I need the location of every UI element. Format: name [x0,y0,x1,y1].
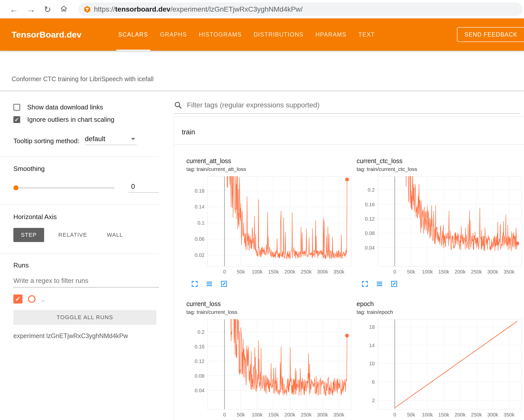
fit-domain-icon[interactable] [390,280,398,288]
reload-icon[interactable]: ↻ [44,5,51,14]
forward-icon[interactable]: → [27,5,35,14]
tab-scalars[interactable]: SCALARS [118,18,148,51]
y-tick-label: 0.14 [186,204,205,209]
divider [0,254,159,254]
axis-wall-button[interactable]: WALL [101,228,129,242]
back-icon[interactable]: ← [10,5,18,14]
y-tick-label: 14 [357,343,375,348]
tab-hparams[interactable]: HPARAMS [315,18,346,51]
slider-track [13,188,114,188]
tab-histograms[interactable]: HISTOGRAMS [199,18,242,51]
y-tick-label: 0.16 [186,344,205,349]
show-download-links-checkbox[interactable]: Show data download links [13,103,167,111]
y-tick-label: 0.04 [357,245,375,251]
charts-grid: current_att_losstag: train/current_att_l… [174,145,524,420]
checkbox-icon[interactable] [13,116,20,123]
address-bar[interactable]: https://tensorboard.dev/experiment/lzGnE… [78,3,523,16]
chart-title: current_att_loss [186,157,351,165]
smoothing-label: Smoothing [13,165,167,173]
fullscreen-icon[interactable] [191,280,198,288]
chart-current_ctc_loss: current_ctc_losstag: train/current_ctc_l… [357,157,521,288]
y-tick-label: 18 [357,324,375,330]
divider [0,204,159,204]
chart-current_loss: current_losstag: train/current_loss0.040… [186,300,351,419]
axis-step-button[interactable]: STEP [13,228,44,242]
app-logo: TensorBoard.dev [12,30,81,40]
runs-regex-input[interactable] [13,275,159,287]
chart-tag: tag: train/current_att_loss [186,166,351,172]
y-tick-label: 0.02 [186,252,205,258]
search-icon [174,101,182,109]
x-tick-label: 350k [329,269,349,275]
y-tick-label: 6 [357,379,375,385]
y-tick-label: 0.04 [186,388,205,393]
chart-title: current_loss [186,300,351,308]
horizontal-axis-label: Horizontal Axis [13,213,167,221]
run-checkbox-icon[interactable] [13,294,22,304]
smoothing-value[interactable]: 0 [129,183,159,193]
tab-graphs[interactable]: GRAPHS [160,18,187,51]
send-feedback-button[interactable]: SEND FEEDBACK [457,27,524,42]
chart-tag: tag: train/current_ctc_loss [357,166,521,172]
tab-text[interactable]: TEXT [358,18,375,51]
axis-relative-button[interactable]: RELATIVE [53,228,93,242]
data-table-icon[interactable] [376,280,383,288]
smoothing-slider[interactable] [13,185,114,190]
experiment-title: Conformer CTC training for LibriSpeech w… [12,75,154,83]
nav-tabs: SCALARSGRAPHSHISTOGRAMSDISTRIBUTIONSHPAR… [118,18,375,51]
chart-current_att_loss: current_att_losstag: train/current_att_l… [186,157,351,288]
chart-plot [378,176,521,266]
x-tick-label: 350k [329,412,349,418]
tooltip-sorting-value: default [85,135,105,143]
main-content: train current_att_losstag: train/current… [167,90,524,420]
tag-group-header[interactable]: train [174,116,524,145]
y-tick-label: 0.08 [186,373,205,379]
chart-tag: tag: train/epoch [357,309,521,315]
y-tick-label: 0.12 [357,216,375,222]
chart-epoch: epochtag: train/epoch26101418050k100k150… [357,300,521,419]
checkbox-icon[interactable] [13,104,20,111]
checkbox-label: Show data download links [27,103,103,111]
chart-title: epoch [357,300,521,308]
runs-label: Runs [13,261,167,269]
chart-tag: tag: train/current_loss [186,309,351,315]
tag-group-card: train current_att_losstag: train/current… [174,116,524,420]
experiment-caption: experiment lzGnETjwRxC3yghNMd4kPw [13,332,167,340]
y-tick-label: 0.06 [186,236,205,242]
y-tick-label: 0.12 [186,358,205,364]
y-tick-label: 0.2 [186,329,205,335]
y-tick-label: 0.08 [357,230,375,236]
experiment-title-bar: Conformer CTC training for LibriSpeech w… [0,51,524,90]
tooltip-sorting-label: Tooltip sorting method: [13,137,79,145]
run-name: . [42,295,44,303]
divider [0,157,159,157]
ignore-outliers-checkbox[interactable]: Ignore outliers in chart scaling [13,116,167,124]
fit-domain-icon[interactable] [220,280,228,288]
chart-title: current_ctc_loss [357,157,521,165]
y-tick-label: 2 [357,398,375,403]
chart-plot [378,319,521,409]
y-tick-label: 0.1 [186,220,205,226]
y-tick-label: 0.18 [186,188,205,194]
x-tick-label: 350k [499,412,519,418]
y-tick-label: 10 [357,361,375,366]
x-tick-label: 350k [499,269,519,275]
slider-thumb[interactable] [13,185,18,190]
checkbox-label: Ignore outliers in chart scaling [27,116,114,124]
toggle-all-runs-button[interactable]: TOGGLE ALL RUNS [13,310,156,325]
url-text: https://tensorboard.dev/experiment/lzGnE… [94,5,303,13]
fullscreen-icon[interactable] [361,280,369,288]
y-tick-label: 0.16 [357,202,375,207]
app-header: TensorBoard.dev SCALARSGRAPHSHISTOGRAMSD… [0,18,524,51]
home-icon[interactable] [60,5,68,14]
tag-filter-input[interactable] [186,101,520,109]
tooltip-sorting-select[interactable]: default [85,135,137,145]
browser-chrome: ← → ↻ https://tensorboard.dev/experiment… [0,0,524,18]
tab-distributions[interactable]: DISTRIBUTIONS [254,18,304,51]
run-row[interactable]: . [13,294,167,304]
data-table-icon[interactable] [206,280,213,288]
chevron-down-icon [131,138,135,140]
tag-filter [174,101,520,114]
tensorboard-favicon [83,6,91,13]
run-color-swatch [28,295,36,303]
